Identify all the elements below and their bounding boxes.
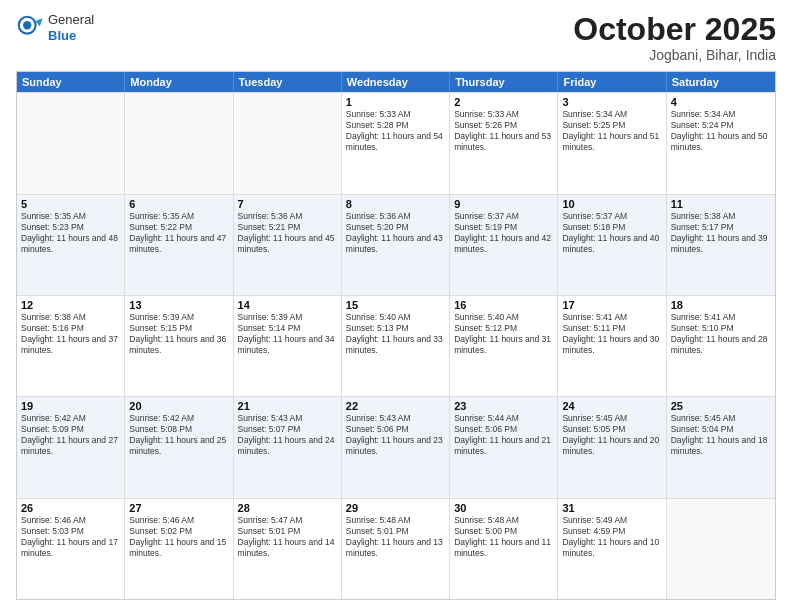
day-cell-16: 16Sunrise: 5:40 AMSunset: 5:12 PMDayligh… — [450, 296, 558, 396]
cell-info: Sunrise: 5:39 AMSunset: 5:14 PMDaylight:… — [238, 312, 337, 356]
day-cell-23: 23Sunrise: 5:44 AMSunset: 5:06 PMDayligh… — [450, 397, 558, 497]
day-number: 5 — [21, 198, 120, 210]
day-cell-5: 5Sunrise: 5:35 AMSunset: 5:23 PMDaylight… — [17, 195, 125, 295]
day-number: 19 — [21, 400, 120, 412]
cell-info: Sunrise: 5:33 AMSunset: 5:28 PMDaylight:… — [346, 109, 445, 153]
logo-text: General Blue — [48, 12, 94, 43]
cell-info: Sunrise: 5:35 AMSunset: 5:22 PMDaylight:… — [129, 211, 228, 255]
header: General Blue October 2025 Jogbani, Bihar… — [16, 12, 776, 63]
day-cell-1: 1Sunrise: 5:33 AMSunset: 5:28 PMDaylight… — [342, 93, 450, 193]
cell-info: Sunrise: 5:49 AMSunset: 4:59 PMDaylight:… — [562, 515, 661, 559]
day-cell-2: 2Sunrise: 5:33 AMSunset: 5:26 PMDaylight… — [450, 93, 558, 193]
cell-info: Sunrise: 5:38 AMSunset: 5:17 PMDaylight:… — [671, 211, 771, 255]
cell-info: Sunrise: 5:33 AMSunset: 5:26 PMDaylight:… — [454, 109, 553, 153]
day-cell-6: 6Sunrise: 5:35 AMSunset: 5:22 PMDaylight… — [125, 195, 233, 295]
cell-info: Sunrise: 5:36 AMSunset: 5:20 PMDaylight:… — [346, 211, 445, 255]
day-number: 26 — [21, 502, 120, 514]
day-number: 18 — [671, 299, 771, 311]
day-cell-12: 12Sunrise: 5:38 AMSunset: 5:16 PMDayligh… — [17, 296, 125, 396]
day-number: 3 — [562, 96, 661, 108]
day-header-monday: Monday — [125, 72, 233, 92]
day-cell-22: 22Sunrise: 5:43 AMSunset: 5:06 PMDayligh… — [342, 397, 450, 497]
day-number: 6 — [129, 198, 228, 210]
calendar-row-2: 5Sunrise: 5:35 AMSunset: 5:23 PMDaylight… — [17, 194, 775, 295]
day-cell-13: 13Sunrise: 5:39 AMSunset: 5:15 PMDayligh… — [125, 296, 233, 396]
day-number: 2 — [454, 96, 553, 108]
day-number: 11 — [671, 198, 771, 210]
day-cell-27: 27Sunrise: 5:46 AMSunset: 5:02 PMDayligh… — [125, 499, 233, 599]
empty-cell — [667, 499, 775, 599]
day-cell-19: 19Sunrise: 5:42 AMSunset: 5:09 PMDayligh… — [17, 397, 125, 497]
day-number: 23 — [454, 400, 553, 412]
day-number: 8 — [346, 198, 445, 210]
empty-cell — [234, 93, 342, 193]
day-number: 21 — [238, 400, 337, 412]
day-cell-18: 18Sunrise: 5:41 AMSunset: 5:10 PMDayligh… — [667, 296, 775, 396]
day-number: 29 — [346, 502, 445, 514]
day-cell-24: 24Sunrise: 5:45 AMSunset: 5:05 PMDayligh… — [558, 397, 666, 497]
logo-icon — [16, 14, 44, 42]
cell-info: Sunrise: 5:40 AMSunset: 5:12 PMDaylight:… — [454, 312, 553, 356]
day-cell-3: 3Sunrise: 5:34 AMSunset: 5:25 PMDaylight… — [558, 93, 666, 193]
day-cell-31: 31Sunrise: 5:49 AMSunset: 4:59 PMDayligh… — [558, 499, 666, 599]
day-cell-26: 26Sunrise: 5:46 AMSunset: 5:03 PMDayligh… — [17, 499, 125, 599]
cell-info: Sunrise: 5:40 AMSunset: 5:13 PMDaylight:… — [346, 312, 445, 356]
cell-info: Sunrise: 5:46 AMSunset: 5:03 PMDaylight:… — [21, 515, 120, 559]
cell-info: Sunrise: 5:41 AMSunset: 5:11 PMDaylight:… — [562, 312, 661, 356]
day-number: 4 — [671, 96, 771, 108]
cell-info: Sunrise: 5:43 AMSunset: 5:07 PMDaylight:… — [238, 413, 337, 457]
day-cell-14: 14Sunrise: 5:39 AMSunset: 5:14 PMDayligh… — [234, 296, 342, 396]
cell-info: Sunrise: 5:48 AMSunset: 5:00 PMDaylight:… — [454, 515, 553, 559]
calendar-header: SundayMondayTuesdayWednesdayThursdayFrid… — [17, 72, 775, 92]
day-header-thursday: Thursday — [450, 72, 558, 92]
calendar-row-1: 1Sunrise: 5:33 AMSunset: 5:28 PMDaylight… — [17, 92, 775, 193]
cell-info: Sunrise: 5:35 AMSunset: 5:23 PMDaylight:… — [21, 211, 120, 255]
day-cell-9: 9Sunrise: 5:37 AMSunset: 5:19 PMDaylight… — [450, 195, 558, 295]
calendar-row-5: 26Sunrise: 5:46 AMSunset: 5:03 PMDayligh… — [17, 498, 775, 599]
cell-info: Sunrise: 5:47 AMSunset: 5:01 PMDaylight:… — [238, 515, 337, 559]
day-number: 1 — [346, 96, 445, 108]
cell-info: Sunrise: 5:41 AMSunset: 5:10 PMDaylight:… — [671, 312, 771, 356]
day-cell-15: 15Sunrise: 5:40 AMSunset: 5:13 PMDayligh… — [342, 296, 450, 396]
day-number: 7 — [238, 198, 337, 210]
day-cell-17: 17Sunrise: 5:41 AMSunset: 5:11 PMDayligh… — [558, 296, 666, 396]
day-number: 25 — [671, 400, 771, 412]
empty-cell — [17, 93, 125, 193]
day-number: 20 — [129, 400, 228, 412]
day-number: 30 — [454, 502, 553, 514]
cell-info: Sunrise: 5:39 AMSunset: 5:15 PMDaylight:… — [129, 312, 228, 356]
cell-info: Sunrise: 5:38 AMSunset: 5:16 PMDaylight:… — [21, 312, 120, 356]
cell-info: Sunrise: 5:45 AMSunset: 5:04 PMDaylight:… — [671, 413, 771, 457]
day-number: 14 — [238, 299, 337, 311]
day-cell-10: 10Sunrise: 5:37 AMSunset: 5:18 PMDayligh… — [558, 195, 666, 295]
day-number: 24 — [562, 400, 661, 412]
day-number: 12 — [21, 299, 120, 311]
day-cell-25: 25Sunrise: 5:45 AMSunset: 5:04 PMDayligh… — [667, 397, 775, 497]
day-cell-11: 11Sunrise: 5:38 AMSunset: 5:17 PMDayligh… — [667, 195, 775, 295]
calendar-row-4: 19Sunrise: 5:42 AMSunset: 5:09 PMDayligh… — [17, 396, 775, 497]
cell-info: Sunrise: 5:37 AMSunset: 5:19 PMDaylight:… — [454, 211, 553, 255]
day-header-saturday: Saturday — [667, 72, 775, 92]
day-number: 28 — [238, 502, 337, 514]
day-number: 31 — [562, 502, 661, 514]
cell-info: Sunrise: 5:45 AMSunset: 5:05 PMDaylight:… — [562, 413, 661, 457]
day-cell-28: 28Sunrise: 5:47 AMSunset: 5:01 PMDayligh… — [234, 499, 342, 599]
cell-info: Sunrise: 5:44 AMSunset: 5:06 PMDaylight:… — [454, 413, 553, 457]
day-cell-29: 29Sunrise: 5:48 AMSunset: 5:01 PMDayligh… — [342, 499, 450, 599]
day-cell-8: 8Sunrise: 5:36 AMSunset: 5:20 PMDaylight… — [342, 195, 450, 295]
day-number: 27 — [129, 502, 228, 514]
cell-info: Sunrise: 5:46 AMSunset: 5:02 PMDaylight:… — [129, 515, 228, 559]
title-block: October 2025 Jogbani, Bihar, India — [573, 12, 776, 63]
day-cell-7: 7Sunrise: 5:36 AMSunset: 5:21 PMDaylight… — [234, 195, 342, 295]
logo-general: General — [48, 12, 94, 27]
cell-info: Sunrise: 5:37 AMSunset: 5:18 PMDaylight:… — [562, 211, 661, 255]
day-cell-21: 21Sunrise: 5:43 AMSunset: 5:07 PMDayligh… — [234, 397, 342, 497]
day-header-sunday: Sunday — [17, 72, 125, 92]
svg-point-1 — [23, 21, 31, 29]
location-subtitle: Jogbani, Bihar, India — [573, 47, 776, 63]
day-header-tuesday: Tuesday — [234, 72, 342, 92]
day-header-wednesday: Wednesday — [342, 72, 450, 92]
day-number: 10 — [562, 198, 661, 210]
day-number: 17 — [562, 299, 661, 311]
cell-info: Sunrise: 5:43 AMSunset: 5:06 PMDaylight:… — [346, 413, 445, 457]
